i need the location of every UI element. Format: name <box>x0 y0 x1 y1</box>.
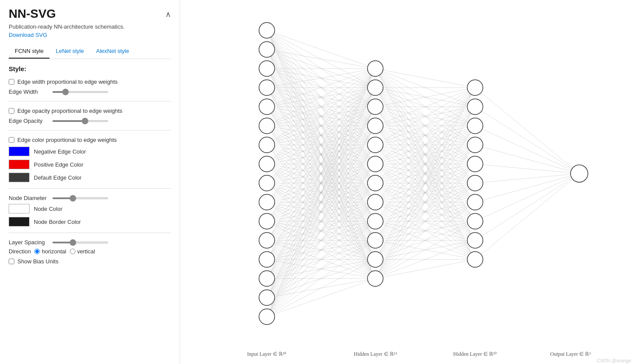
svg-point-359 <box>467 252 483 267</box>
download-svg-link[interactable]: Download SVG <box>9 32 47 38</box>
collapse-button[interactable]: ∧ <box>165 10 171 19</box>
negative-edge-color-row: Negative Edge Color <box>9 147 171 156</box>
layer-spacing-slider[interactable] <box>52 242 108 243</box>
svg-point-360 <box>571 165 588 182</box>
edge-color-proportional-label: Edge color proportional to edge weights <box>17 137 117 143</box>
svg-point-340 <box>367 99 383 115</box>
app-title: NN-SVG <box>9 7 56 21</box>
svg-point-332 <box>259 213 275 229</box>
svg-line-192 <box>375 69 475 88</box>
hidden1-layer-label: Hidden Layer ∈ ℝ¹² <box>354 351 397 357</box>
svg-line-317 <box>475 174 579 183</box>
svg-point-331 <box>259 194 275 210</box>
svg-point-327 <box>259 118 275 134</box>
edge-color-proportional-row: Edge color proportional to edge weights <box>9 137 171 143</box>
divider-1 <box>9 101 171 102</box>
svg-point-341 <box>367 118 383 134</box>
app-subtitle: Publication-ready NN-architecture schema… <box>9 23 171 30</box>
svg-point-326 <box>259 99 275 115</box>
default-edge-color-swatch[interactable] <box>9 173 30 182</box>
node-color-label: Node Color <box>34 206 62 212</box>
svg-point-329 <box>259 156 275 172</box>
divider-4 <box>9 233 171 233</box>
direction-vertical-text: vertical <box>77 248 95 255</box>
layer-spacing-label: Layer Spacing <box>9 239 48 246</box>
divider-3 <box>9 188 171 189</box>
svg-point-348 <box>367 252 383 267</box>
svg-point-323 <box>259 42 275 57</box>
sidebar: NN-SVG ∧ Publication-ready NN-architectu… <box>0 0 180 364</box>
svg-line-191 <box>267 279 375 317</box>
svg-line-321 <box>475 174 579 259</box>
show-bias-checkbox[interactable] <box>9 259 14 264</box>
svg-line-0 <box>267 30 375 69</box>
negative-edge-color-swatch[interactable] <box>9 147 30 156</box>
edge-opacity-proportional-row: Edge opacity proportional to edge weight… <box>9 108 171 114</box>
svg-point-346 <box>367 213 383 229</box>
svg-line-305 <box>375 145 475 279</box>
node-diameter-label: Node Diameter <box>9 195 48 201</box>
default-edge-color-row: Default Edge Color <box>9 173 171 182</box>
svg-point-324 <box>259 61 275 76</box>
direction-vertical-radio[interactable] <box>70 249 75 254</box>
main-canvas: .nn-edge { stroke: #b0b0b0; stroke-width… <box>180 0 643 364</box>
node-border-color-label: Node Border Color <box>34 219 81 225</box>
negative-edge-color-label: Negative Edge Color <box>34 148 86 155</box>
tab-lenet[interactable]: LeNet style <box>49 44 90 59</box>
node-diameter-slider-control <box>52 197 108 199</box>
svg-point-352 <box>467 118 483 134</box>
node-color-swatch[interactable] <box>9 204 30 213</box>
node-color-row: Node Color <box>9 204 171 213</box>
tab-alexnet[interactable]: AlexNet style <box>90 44 135 59</box>
edge-color-proportional-checkbox[interactable] <box>9 137 14 143</box>
svg-point-355 <box>467 175 483 191</box>
direction-horizontal-text: horizontal <box>42 248 66 255</box>
direction-vertical-label[interactable]: vertical <box>70 248 95 255</box>
svg-point-353 <box>467 137 483 153</box>
edge-width-proportional-checkbox[interactable] <box>9 79 14 85</box>
svg-point-349 <box>367 271 383 286</box>
svg-line-314 <box>475 126 579 174</box>
svg-point-328 <box>259 137 275 153</box>
svg-point-334 <box>259 252 275 267</box>
svg-point-335 <box>259 271 275 286</box>
svg-line-316 <box>475 164 579 174</box>
positive-edge-color-row: Positive Edge Color <box>9 160 171 169</box>
layer-spacing-slider-control <box>52 242 108 243</box>
svg-point-351 <box>467 99 483 115</box>
tab-fcnn[interactable]: FCNN style <box>9 44 49 59</box>
svg-point-322 <box>259 23 275 38</box>
edge-opacity-slider[interactable] <box>52 120 108 122</box>
edge-width-proportional-label: Edge width proportional to edge weights <box>17 79 118 85</box>
edge-width-label: Edge Width <box>9 89 48 95</box>
svg-point-330 <box>259 175 275 191</box>
layer-spacing-slider-row: Layer Spacing <box>9 239 171 246</box>
style-section-title: Style: <box>9 65 171 72</box>
nn-diagram-svg: .nn-edge { stroke: #b0b0b0; stroke-width… <box>180 0 643 364</box>
direction-label: Direction <box>9 248 31 255</box>
direction-horizontal-label[interactable]: horizontal <box>34 248 66 255</box>
edge-width-slider[interactable] <box>52 91 108 93</box>
node-diameter-slider[interactable] <box>52 197 108 199</box>
svg-point-356 <box>467 194 483 210</box>
positive-edge-color-label: Positive Edge Color <box>34 161 83 168</box>
svg-line-313 <box>475 107 579 174</box>
hidden2-layer-label: Hidden Layer ∈ ℝ¹⁰ <box>453 351 497 357</box>
divider-2 <box>9 130 171 131</box>
node-border-color-swatch[interactable] <box>9 217 30 226</box>
svg-line-312 <box>475 88 579 174</box>
direction-horizontal-radio[interactable] <box>34 249 40 254</box>
svg-point-338 <box>367 61 383 76</box>
svg-point-325 <box>259 80 275 95</box>
default-edge-color-label: Default Edge Color <box>34 174 82 181</box>
edge-opacity-label: Edge Opacity <box>9 118 48 124</box>
input-layer-label: Input Layer ∈ ℝ¹⁶ <box>247 351 287 357</box>
svg-point-358 <box>467 233 483 248</box>
svg-point-333 <box>259 233 275 248</box>
positive-edge-color-swatch[interactable] <box>9 160 30 169</box>
svg-point-342 <box>367 137 383 153</box>
direction-row: Direction horizontal vertical <box>9 248 171 255</box>
svg-line-318 <box>475 174 579 202</box>
edge-width-proportional-row: Edge width proportional to edge weights <box>9 79 171 85</box>
edge-opacity-proportional-checkbox[interactable] <box>9 108 14 114</box>
